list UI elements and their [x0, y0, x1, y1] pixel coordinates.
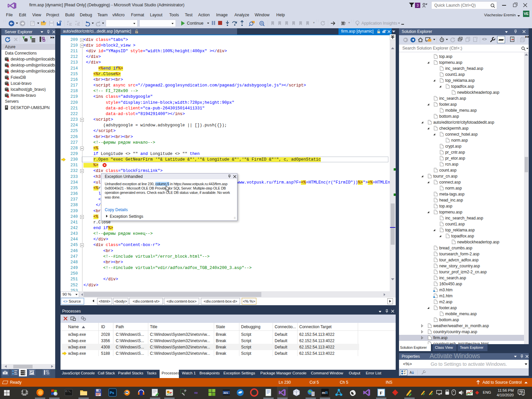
svg-text:321: 321 [223, 391, 228, 394]
svg-text:C:\_: C:\_ [66, 390, 71, 393]
svg-text:Ps: Ps [110, 391, 114, 395]
svg-text:1: 1 [522, 392, 524, 396]
svg-text:R: R [325, 391, 328, 395]
svg-text:m: m [322, 391, 325, 395]
svg-text:A: A [410, 371, 412, 374]
svg-text:∞: ∞ [194, 390, 198, 395]
svg-text:F: F [380, 390, 382, 395]
